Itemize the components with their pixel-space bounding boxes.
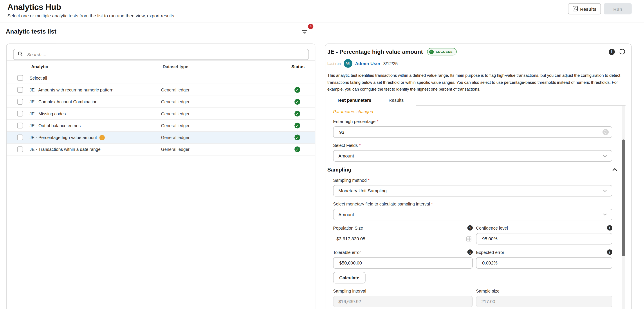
analytic-name: JE - Missing codes [30, 111, 66, 116]
status-success-icon: ✓ [294, 135, 300, 140]
info-icon[interactable]: i [609, 49, 615, 55]
sampling-method-select[interactable]: Monetary Unit Sampling [333, 185, 612, 197]
population-size-row: $3,617,830.08 [333, 233, 473, 244]
table-row[interactable]: JE - Amounts with recurring numeric patt… [6, 84, 315, 96]
collapse-chevron-up-icon[interactable] [612, 168, 617, 171]
page-title: Analytics Hub [8, 2, 61, 12]
chevron-down-icon [603, 213, 607, 216]
monetary-field-select[interactable]: Amount [333, 209, 612, 220]
analytic-name: JE - Transactions within a date range [30, 147, 100, 152]
sampling-method-label: Sampling method [333, 178, 370, 182]
analytic-name: JE - Complex Account Combination [30, 99, 98, 104]
filter-icon[interactable] [302, 29, 308, 34]
page-subtitle: Select one or multiple analytic tests fr… [8, 13, 176, 18]
row-checkbox[interactable] [17, 146, 23, 152]
status-badge-label: SUCCESS [436, 50, 453, 53]
sampling-section-title: Sampling [328, 166, 351, 173]
select-all-checkbox[interactable] [17, 75, 23, 81]
select-all-row: Select all [6, 72, 315, 84]
tolerable-error-info-icon[interactable]: i [468, 249, 473, 255]
confidence-level-input[interactable] [481, 236, 607, 242]
expected-error-field [476, 257, 612, 269]
confidence-level-field [476, 233, 612, 244]
row-checkbox[interactable] [17, 99, 23, 105]
dataset-type: General ledger [161, 87, 284, 92]
tolerable-error-field [333, 257, 473, 269]
calculate-button[interactable]: Calculate [333, 272, 366, 283]
chevron-down-icon [603, 155, 607, 157]
tolerable-error-label: Tolerable error [333, 250, 361, 254]
tests-table: Analytic Dataset type Status Select all … [6, 60, 315, 155]
monetary-field-label: Select monetary field to calculate sampl… [333, 201, 433, 206]
test-detail-panel: JE - Percentage high value amount ✓ SUCC… [325, 43, 632, 309]
sampling-interval-label: Sampling interval [333, 288, 366, 293]
results-button[interactable]: Results [568, 3, 601, 14]
search-input[interactable] [26, 51, 304, 57]
dataset-type: General ledger [161, 123, 284, 128]
confidence-level-info-icon[interactable]: i [607, 225, 612, 231]
run-button[interactable]: Run [604, 3, 632, 14]
analytics-hub-page: Analytics Hub Select one or multiple ana… [0, 0, 644, 309]
last-run-label: Last run [328, 61, 341, 66]
tolerable-error-input[interactable] [338, 260, 467, 266]
section-title: Analytic tests list [6, 28, 56, 35]
parameters-scroll-area: Parameters changed Enter high percentage… [325, 106, 631, 309]
analytic-name: JE - Out of balance entries [30, 123, 81, 128]
user-link[interactable]: Admin User [355, 61, 380, 66]
dataset-type: General ledger [161, 147, 284, 152]
expected-error-label: Expected error [476, 250, 504, 254]
top-actions: Results Run [568, 3, 632, 14]
parameters-changed-notice: Parameters changed [333, 109, 612, 114]
reset-history-icon[interactable] [619, 48, 626, 55]
population-size-label: Population Size [333, 226, 363, 230]
results-button-label: Results [580, 6, 596, 11]
table-header-row: Analytic Dataset type Status [6, 60, 315, 72]
top-bar: Analytics Hub Select one or multiple ana… [0, 0, 644, 23]
detail-tabs: Test parameters Results [325, 93, 631, 106]
row-checkbox[interactable] [17, 135, 23, 140]
table-row-selected[interactable]: JE - Percentage high value amount ! Gene… [6, 132, 315, 143]
dataset-type: General ledger [161, 111, 284, 116]
sample-size-label: Sample size [476, 288, 500, 293]
status-success-icon: ✓ [294, 123, 300, 128]
filter-count-badge: 4 [308, 24, 313, 29]
table-row[interactable]: JE - Complex Account Combination General… [6, 96, 315, 108]
test-description: This analytic test identifies transactio… [328, 72, 621, 92]
table-row[interactable]: JE - Out of balance entries General ledg… [6, 120, 315, 132]
select-fields-select[interactable]: Amount [333, 150, 612, 162]
status-badge: ✓ SUCCESS [427, 48, 457, 55]
row-checkbox[interactable] [17, 87, 23, 93]
reset-value-icon[interactable] [602, 129, 609, 135]
chevron-down-icon [603, 190, 607, 192]
column-header-analytic: Analytic [30, 64, 163, 69]
expected-error-input[interactable] [481, 260, 607, 266]
last-run-row: Last run AU Admin User 3/12/25 [325, 55, 631, 68]
confidence-level-label: Confidence level [476, 226, 508, 230]
test-parameters-panel: Parameters changed Enter high percentage… [333, 109, 612, 309]
last-run-date: 3/12/25 [383, 61, 398, 66]
table-row[interactable]: JE - Transactions within a date range Ge… [6, 144, 315, 155]
table-row[interactable]: JE - Missing codes General ledger ✓ [6, 108, 315, 120]
tab-results[interactable]: Results [387, 98, 405, 106]
status-success-icon: ✓ [294, 146, 300, 152]
column-header-dataset-type: Dataset type [163, 64, 286, 69]
tab-bar-divider [416, 94, 626, 106]
analytic-name: JE - Amounts with recurring numeric patt… [30, 87, 114, 92]
expected-error-info-icon[interactable]: i [607, 249, 612, 255]
population-size-info-icon[interactable]: i [468, 225, 473, 231]
analytic-name: JE - Percentage high value amount [30, 135, 97, 140]
results-list-icon [572, 5, 578, 12]
tab-test-parameters[interactable]: Test parameters [335, 98, 373, 106]
high-percentage-input[interactable] [338, 129, 600, 135]
dataset-type: General ledger [161, 135, 284, 140]
vertical-scrollbar [622, 106, 625, 309]
population-grid-icon[interactable] [466, 236, 472, 241]
scrollbar-thumb[interactable] [622, 139, 625, 256]
row-checkbox[interactable] [17, 111, 23, 116]
row-checkbox[interactable] [17, 123, 23, 128]
high-percentage-field [333, 126, 612, 138]
avatar: AU [344, 59, 352, 67]
monetary-field-value: Amount [338, 212, 354, 217]
sample-size-value: 217.00 [476, 296, 612, 307]
status-success-icon: ✓ [294, 111, 300, 116]
